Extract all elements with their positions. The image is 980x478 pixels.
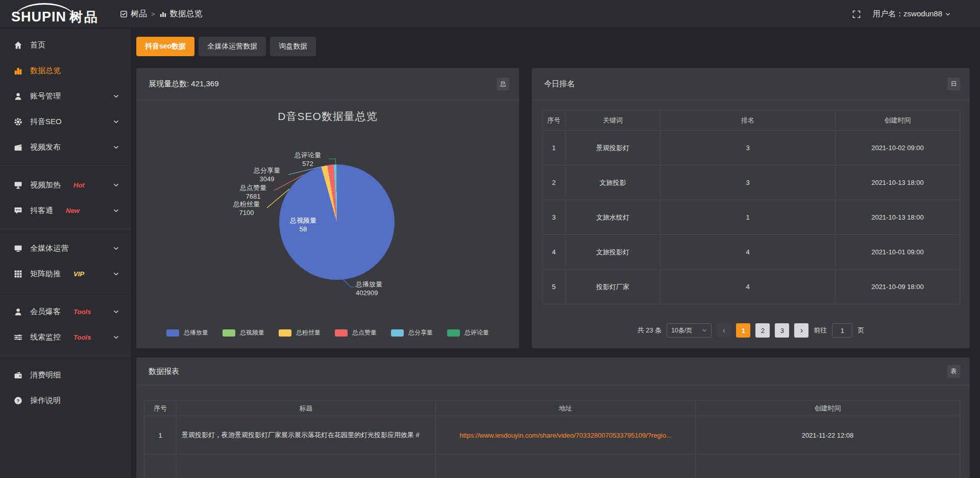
pie-label-fans: 总粉丝量7100 — [225, 200, 268, 217]
user-icon — [14, 307, 22, 316]
tab-media-ops-data[interactable]: 全媒体运营数据 — [199, 37, 266, 56]
question-circle-icon: ? — [14, 396, 22, 405]
sidebar-item-video-publish[interactable]: 视频发布 — [0, 134, 131, 160]
sidebar-item-video-heat[interactable]: 视频加热 Hot — [0, 172, 131, 198]
legend-item-comments[interactable]: 总评论量 — [447, 328, 489, 337]
report-title-cell: 景观投影灯，夜游景观投影灯厂家展示展示落花灯在花园里的灯光投影应用效果 # — [177, 416, 436, 455]
legend-item-likes[interactable]: 总点赞量 — [335, 328, 377, 337]
goto-unit: 页 — [857, 326, 864, 335]
legend-item-shares[interactable]: 总分享量 — [391, 328, 433, 337]
fullscreen-icon[interactable] — [852, 10, 861, 18]
legend-swatch — [335, 329, 348, 337]
sidebar: 首页 数据总览 账号管理 抖音SEO 视频发布 视频加热 Hot 抖客通 New… — [0, 29, 132, 478]
bar-chart-icon — [159, 10, 167, 18]
pagination-total: 共 23 条 — [638, 326, 662, 335]
home-icon — [14, 41, 22, 50]
legend-item-fans[interactable]: 总粉丝量 — [279, 328, 321, 337]
sidebar-item-data-overview[interactable]: 数据总览 — [0, 58, 131, 83]
legend-swatch — [279, 329, 291, 337]
chevron-down-icon — [113, 271, 119, 277]
overview-card: 展现量总数: 421,369 总 D音SEO数据量总览 总评论量572 总分享量… — [136, 68, 519, 348]
chat-bubble-icon — [14, 206, 22, 215]
chart-legend: 总播放量 总视频量 总粉丝量 总点赞量 总分享量 总评论量 — [136, 328, 519, 337]
tab-inquiry-data[interactable]: 询盘数据 — [270, 37, 316, 56]
report-card-title: 数据报表 — [149, 367, 179, 376]
report-table: 序号 标题 地址 创建时间 1 景观投影灯，夜游景观投影灯厂家展示展示落花灯在花… — [144, 400, 960, 478]
chevron-down-icon — [113, 334, 119, 340]
grid-matrix-icon — [14, 270, 22, 278]
table-row: 1景观投影灯 32021-10-02 09:00 — [543, 131, 960, 165]
tab-douyin-seo-data[interactable]: 抖音seo数据 — [136, 37, 194, 56]
screen-icon — [14, 181, 22, 189]
prev-page-button[interactable]: ‹ — [717, 323, 731, 338]
data-tabs: 抖音seo数据 全媒体运营数据 询盘数据 — [136, 37, 316, 56]
bar-chart-icon — [14, 66, 22, 75]
table-row — [144, 455, 960, 478]
total-badge-button[interactable]: 总 — [497, 78, 509, 90]
ranking-table: 序号 关键词 排名 创建时间 1景观投影灯 32021-10-02 09:00 … — [542, 110, 960, 304]
pie-label-videos: 总视频量58 — [282, 216, 325, 233]
sidebar-divider — [0, 165, 131, 166]
ranking-card: 今日排名 日 序号 关键词 排名 创建时间 1景观投影灯 32021-10-02… — [532, 68, 970, 348]
sidebar-item-help[interactable]: ? 操作说明 — [0, 388, 131, 413]
page-size-select[interactable]: 10条/页 — [667, 323, 712, 338]
tools-badge: Tools — [74, 308, 91, 316]
table-row: 3文旅水纹灯 12021-10-13 18:00 — [543, 200, 960, 235]
legend-item-videos[interactable]: 总视频量 — [223, 328, 264, 337]
table-row: 2文旅投影 32021-10-13 18:00 — [543, 165, 960, 200]
table-header-row: 序号 关键词 排名 创建时间 — [543, 110, 960, 131]
pie-label-shares: 总分享量3049 — [246, 166, 288, 183]
report-card: 数据报表 表 序号 标题 地址 创建时间 1 景观投影灯，夜游景观投影灯厂家展示… — [136, 357, 970, 478]
breadcrumb-current[interactable]: 数据总览 — [159, 9, 203, 19]
page-button-2[interactable]: 2 — [755, 323, 770, 338]
pagination: 共 23 条 10条/页 ‹ 1 2 3 › 前往 页 — [532, 323, 970, 338]
user-icon — [14, 92, 22, 101]
sidebar-divider — [0, 229, 131, 229]
logo-secondary: 树品 — [69, 9, 99, 25]
goto-page-input[interactable] — [832, 323, 852, 338]
gear-icon — [14, 117, 22, 126]
sidebar-item-matrix-boost[interactable]: 矩阵助推 VIP — [0, 261, 131, 286]
sidebar-divider — [0, 355, 131, 356]
ranking-card-title: 今日排名 — [544, 79, 575, 89]
grid-icon — [120, 10, 128, 18]
report-link[interactable]: https://www.iesdouyin.com/share/video/70… — [459, 432, 672, 439]
chevron-down-icon — [113, 246, 119, 251]
legend-swatch — [391, 329, 404, 337]
chevron-down-icon — [113, 93, 119, 99]
chevron-down-icon — [113, 119, 119, 125]
overview-card-title: 展现量总数: 421,369 — [149, 79, 219, 89]
sidebar-item-expense-detail[interactable]: 消费明细 — [0, 362, 131, 388]
table-badge-button[interactable]: 表 — [947, 365, 960, 378]
table-header-row: 序号 标题 地址 创建时间 — [144, 401, 960, 416]
day-badge-button[interactable]: 日 — [947, 78, 960, 90]
chevron-down-icon — [113, 145, 119, 150]
sidebar-item-leads-monitor[interactable]: 线索监控 Tools — [0, 324, 131, 350]
chart-title: D音SEO数据量总览 — [136, 109, 519, 124]
wallet-icon — [14, 371, 22, 379]
breadcrumb-root[interactable]: 树品 — [120, 9, 147, 19]
sidebar-item-doukotong[interactable]: 抖客通 New — [0, 198, 131, 223]
hot-badge: Hot — [74, 181, 85, 189]
user-menu[interactable]: 用户名：zswodun88 — [873, 9, 950, 19]
sidebar-item-home[interactable]: 首页 — [0, 32, 131, 58]
sidebar-item-douyin-seo[interactable]: 抖音SEO — [0, 109, 131, 134]
sidebar-divider — [0, 292, 131, 293]
tools-badge: Tools — [74, 333, 91, 341]
page-button-3[interactable]: 3 — [775, 323, 789, 338]
table-row: 4文旅投影灯 42021-10-01 09:00 — [543, 235, 960, 270]
sidebar-item-media-ops[interactable]: 全媒体运营 — [0, 235, 131, 261]
next-page-button[interactable]: › — [794, 323, 808, 338]
legend-swatch — [166, 329, 179, 337]
chevron-down-icon — [113, 208, 119, 213]
goto-label: 前往 — [814, 326, 827, 335]
new-badge: New — [66, 207, 80, 214]
chevron-down-icon — [945, 12, 950, 17]
sliders-icon — [14, 333, 22, 342]
page-button-1[interactable]: 1 — [736, 323, 750, 338]
legend-item-plays[interactable]: 总播放量 — [166, 328, 208, 337]
chevron-down-icon — [113, 309, 119, 315]
table-row: 5投影灯厂家 42021-10-09 18:00 — [543, 270, 960, 304]
sidebar-item-account[interactable]: 账号管理 — [0, 83, 131, 109]
sidebar-item-member-burst[interactable]: 会员爆客 Tools — [0, 299, 131, 324]
